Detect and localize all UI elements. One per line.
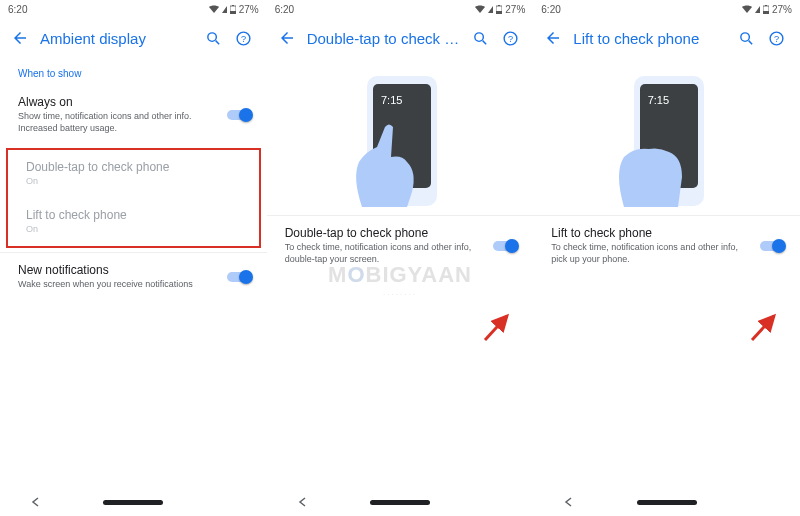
back-button[interactable] [273,24,301,52]
signal-icon [488,6,493,13]
status-time: 6:20 [541,4,560,15]
status-icons: 27% [209,4,259,15]
app-bar: Double-tap to check ph.. ? [267,18,534,58]
svg-rect-8 [496,11,502,14]
battery-percent: 27% [239,4,259,15]
setting-subtitle: On [26,224,241,236]
status-icons: 27% [742,4,792,15]
svg-point-18 [741,32,750,41]
search-button[interactable] [201,25,227,51]
signal-icon [222,6,227,13]
svg-rect-2 [232,5,234,6]
setting-title: Lift to check phone [26,208,241,222]
nav-back[interactable] [564,495,574,510]
setting-always-on[interactable]: Always on Show time, notification icons … [0,85,267,144]
back-button[interactable] [539,24,567,52]
annotation-arrow [479,308,515,344]
setting-subtitle: On [26,176,241,188]
svg-line-19 [749,40,753,44]
nav-home-pill[interactable] [103,500,163,505]
search-icon [205,30,222,47]
toggle-lift[interactable] [760,239,786,253]
illus-time: 7:15 [648,94,669,106]
back-button[interactable] [6,24,34,52]
battery-percent: 27% [505,4,525,15]
signal-icon [755,6,760,13]
navigation-bar [533,488,800,516]
wifi-icon [209,5,219,13]
panel-ambient-display: 6:20 27% Ambient display ? When to show … [0,0,267,516]
setting-subtitle: To check time, notification icons and ot… [285,242,516,265]
toggle-new-notifications[interactable] [227,270,253,284]
panel-double-tap: 6:20 27% Double-tap to check ph.. ? 7:15 [267,0,534,516]
svg-line-11 [482,40,486,44]
app-bar: Ambient display ? [0,18,267,58]
svg-point-3 [208,32,217,41]
status-bar: 6:20 27% [0,0,267,18]
navigation-bar [267,488,534,516]
status-icons: 27% [475,4,525,15]
help-button[interactable]: ? [764,25,790,51]
illus-time: 7:15 [381,94,402,106]
highlight-box: Double-tap to check phone On Lift to che… [6,148,261,247]
help-icon: ? [768,30,785,47]
help-icon: ? [502,30,519,47]
illustration: 7:15 [267,58,534,215]
arrow-back-icon [11,29,29,47]
svg-rect-9 [498,5,500,6]
illustration: 7:15 [533,58,800,215]
navigation-bar [0,488,267,516]
nav-back[interactable] [31,495,41,510]
nav-home-pill[interactable] [637,500,697,505]
arrow-back-icon [278,29,296,47]
battery-percent: 27% [772,4,792,15]
search-icon [472,30,489,47]
svg-text:?: ? [508,34,513,44]
toggle-always-on[interactable] [227,108,253,122]
hand-tap-icon [347,117,427,207]
setting-double-tap[interactable]: Double-tap to check phone On [8,150,259,198]
status-bar: 6:20 27% [533,0,800,18]
svg-rect-17 [765,5,767,6]
annotation-arrow [746,308,782,344]
setting-subtitle: To check time, notification icons and ot… [551,242,782,265]
setting-double-tap-toggle[interactable]: Double-tap to check phone To check time,… [267,216,534,275]
setting-lift[interactable]: Lift to check phone On [8,198,259,246]
setting-title: Lift to check phone [551,226,782,240]
svg-rect-16 [763,11,769,14]
page-title: Double-tap to check ph.. [301,30,468,47]
setting-title: Double-tap to check phone [285,226,516,240]
search-button[interactable] [734,25,760,51]
hand-hold-icon [614,117,694,207]
help-button[interactable]: ? [231,25,257,51]
svg-text:?: ? [774,34,779,44]
setting-title: New notifications [18,263,249,277]
arrow-back-icon [544,29,562,47]
help-icon: ? [235,30,252,47]
setting-subtitle: Show time, notification icons and other … [18,111,249,134]
svg-point-10 [475,32,484,41]
svg-line-14 [485,316,507,340]
search-icon [738,30,755,47]
svg-line-22 [752,316,774,340]
status-time: 6:20 [8,4,27,15]
status-time: 6:20 [275,4,294,15]
help-button[interactable]: ? [497,25,523,51]
search-button[interactable] [467,25,493,51]
nav-home-pill[interactable] [370,500,430,505]
nav-back[interactable] [298,495,308,510]
page-title: Ambient display [34,30,201,47]
wifi-icon [742,5,752,13]
toggle-double-tap[interactable] [493,239,519,253]
panel-lift: 6:20 27% Lift to check phone ? 7:15 [533,0,800,516]
setting-new-notifications[interactable]: New notifications Wake screen when you r… [0,253,267,301]
setting-lift-toggle[interactable]: Lift to check phone To check time, notif… [533,216,800,275]
section-when-to-show: When to show [0,58,267,85]
page-title: Lift to check phone [567,30,734,47]
battery-icon [763,5,769,14]
status-bar: 6:20 27% [267,0,534,18]
battery-icon [496,5,502,14]
setting-title: Double-tap to check phone [26,160,241,174]
svg-line-4 [216,40,220,44]
wifi-icon [475,5,485,13]
